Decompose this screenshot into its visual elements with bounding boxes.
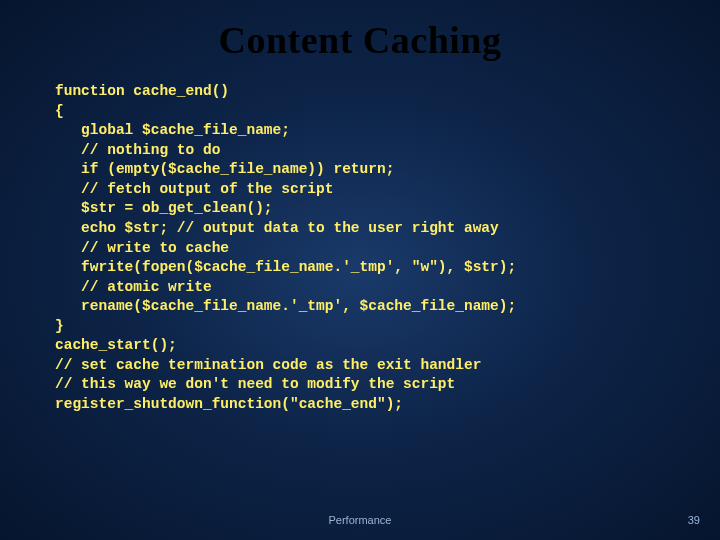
slide-title: Content Caching xyxy=(0,0,720,62)
footer-label: Performance xyxy=(0,514,720,526)
slide-number: 39 xyxy=(688,514,700,526)
slide: Content Caching function cache_end() { g… xyxy=(0,0,720,540)
code-block: function cache_end() { global $cache_fil… xyxy=(55,82,665,415)
